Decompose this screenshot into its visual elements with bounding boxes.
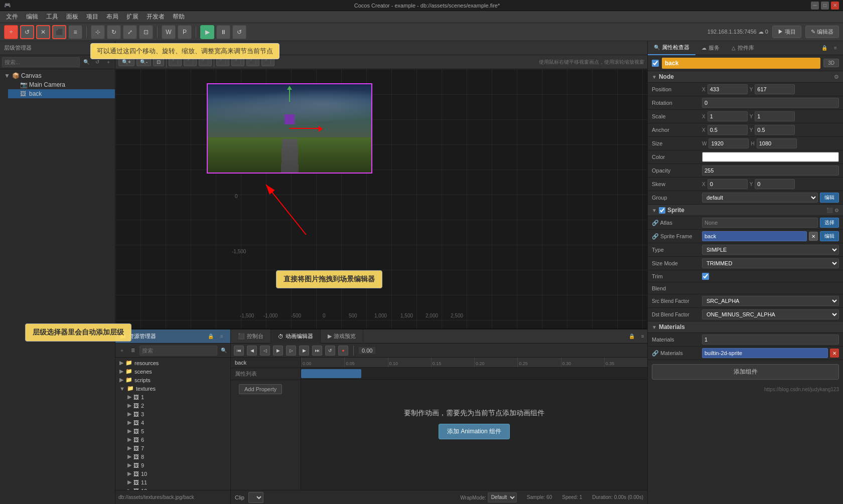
add-component-button[interactable]: 添加组件 (652, 364, 839, 380)
tc-play-button[interactable]: ▶ (273, 346, 283, 356)
sprite-active-checkbox[interactable] (659, 207, 665, 214)
material-clear-button[interactable]: ✕ (830, 349, 839, 358)
asset-item-scenes[interactable]: ▶ 📁 scenes (115, 367, 230, 376)
hierarchy-lock-icon[interactable]: 🔒 (91, 44, 100, 53)
position-x-input[interactable] (708, 84, 748, 94)
add-animation-button[interactable]: 添加 Animation 组件 (439, 424, 510, 439)
menu-project[interactable]: 项目 (82, 12, 102, 22)
transform-rect-button[interactable]: ⊡ (139, 25, 153, 39)
asset-tex-6[interactable]: ▶🖼 6 (115, 435, 230, 444)
inspector-tab-properties[interactable]: 🔍 属性检查器 (648, 41, 695, 55)
toolbar-cut-button[interactable]: ✕ (36, 25, 50, 39)
inspector-menu-icon[interactable]: ≡ (831, 44, 840, 53)
materials-section-header[interactable]: ▼ Materials (648, 321, 843, 333)
gizmo-btn2[interactable]: ⬛ (184, 58, 197, 66)
zoom-out-button[interactable]: 🔍- (136, 58, 151, 66)
asset-tex-7[interactable]: ▶🖼 7 (115, 444, 230, 452)
asset-lock-icon[interactable]: 🔒 (206, 332, 215, 341)
transform-rotate-button[interactable]: ↻ (107, 25, 121, 39)
sprite-frame-clear-button[interactable]: ✕ (809, 232, 818, 241)
transform-scale-button[interactable]: ⤢ (123, 25, 137, 39)
render-btn3[interactable]: ⬛ (246, 58, 259, 66)
asset-item-textures[interactable]: ▼ 📁 textures (115, 384, 230, 393)
tree-item-back[interactable]: 🖼 back (8, 89, 115, 98)
pivot-button[interactable]: P (178, 25, 192, 39)
menu-panel[interactable]: 面板 (62, 12, 82, 22)
asset-item-scripts[interactable]: ▶ 📁 scripts (115, 376, 230, 384)
tc-end-button[interactable]: ⏭ (312, 346, 322, 356)
asset-search-input[interactable] (139, 346, 217, 356)
maximize-button[interactable]: □ (821, 2, 829, 10)
tab-console[interactable]: ⬛ 控制台 (231, 329, 271, 344)
anchor-x-input[interactable] (708, 125, 748, 135)
tc-next-key-button[interactable]: ▷ (286, 346, 296, 356)
asset-tex-2[interactable]: ▶🖼 2 (115, 401, 230, 410)
menu-extend[interactable]: 扩展 (122, 12, 143, 22)
size-h-input[interactable] (757, 138, 797, 148)
sprite-gear-icon[interactable]: ⚙ (834, 208, 839, 213)
inspector-lock-icon[interactable]: 🔒 (820, 44, 829, 53)
tree-item-canvas[interactable]: ▼ 📦 Canvas (0, 71, 115, 80)
project-button[interactable]: ▶ 项目 (772, 26, 801, 38)
add-property-button[interactable]: Add Property (239, 384, 282, 394)
wm-select[interactable]: Default (488, 492, 517, 502)
menu-dev[interactable]: 开发者 (143, 12, 169, 22)
scene-back-image[interactable] (207, 83, 372, 174)
asset-search-icon[interactable]: 🔍 (219, 346, 228, 355)
src-blend-select[interactable]: SRC_ALPHA (702, 296, 839, 306)
dst-blend-select[interactable]: ONE_MINUS_SRC_ALPHA (702, 309, 839, 319)
timeline-lock-icon[interactable]: 🔒 (627, 332, 636, 341)
rotation-input[interactable] (702, 98, 839, 108)
zoom-in-button[interactable]: 🔍+ (118, 58, 134, 66)
type-select[interactable]: SIMPLE (702, 245, 839, 255)
tab-preview[interactable]: ▶ 游戏预览 (321, 329, 363, 344)
tc-prev-frame-button[interactable]: ◀ (247, 346, 257, 356)
materials-count-input[interactable] (702, 334, 839, 345)
gizmo-btn1[interactable]: ⬛ (169, 58, 182, 66)
asset-tex-8[interactable]: ▶🖼 8 (115, 452, 230, 461)
opacity-input[interactable] (702, 165, 839, 176)
sprite-section-header[interactable]: ▼ Sprite ⬛ ⚙ (648, 205, 843, 216)
asset-tex-9[interactable]: ▶🖼 9 (115, 461, 230, 469)
play-button[interactable]: ▶ (200, 25, 214, 39)
hierarchy-settings-icon[interactable]: ≡ (102, 44, 111, 53)
transform-move-button[interactable]: ⊹ (91, 25, 105, 39)
node-name-input[interactable] (662, 58, 820, 69)
clip-select[interactable] (248, 492, 263, 503)
timeline-menu-icon[interactable]: ≡ (638, 332, 647, 341)
sprite-frame-edit-button[interactable]: 编辑 (820, 231, 839, 241)
close-button[interactable]: ✕ (831, 2, 839, 10)
menu-tools[interactable]: 工具 (42, 12, 62, 22)
hierarchy-add-icon[interactable]: ＋ (104, 58, 113, 67)
pause-button[interactable]: ⏸ (216, 25, 230, 39)
minimize-button[interactable]: ─ (811, 2, 819, 10)
group-edit-button[interactable]: 编辑 (820, 193, 839, 203)
hierarchy-refresh-icon[interactable]: ↺ (93, 58, 102, 67)
position-y-input[interactable] (755, 84, 795, 94)
zoom-fit-button[interactable]: ⊡ (153, 58, 164, 66)
render-btn2[interactable]: ⬛ (231, 58, 244, 66)
menu-help[interactable]: 帮助 (169, 12, 189, 22)
asset-tex-1[interactable]: ▶🖼 1 (115, 393, 230, 401)
step-button[interactable]: ↺ (232, 25, 246, 39)
trim-checkbox[interactable] (702, 273, 709, 280)
world-mode-button[interactable]: W (162, 25, 176, 39)
inspector-tab-components[interactable]: △ 控件库 (726, 41, 760, 55)
tc-loop-button[interactable]: ↺ (325, 346, 335, 356)
asset-tex-3[interactable]: ▶🖼 3 (115, 410, 230, 418)
toolbar-add-button[interactable]: ＋ (4, 25, 18, 39)
size-w-input[interactable] (709, 138, 749, 148)
node-active-checkbox[interactable] (652, 60, 659, 67)
anchor-y-input[interactable] (755, 125, 795, 135)
asset-tex-10[interactable]: ▶🖼 10 (115, 469, 230, 478)
size-mode-select[interactable]: TRIMMED (702, 258, 839, 268)
scale-y-input[interactable] (755, 111, 795, 121)
asset-tex-4[interactable]: ▶🖼 4 (115, 418, 230, 427)
toolbar-more-button[interactable]: ≡ (68, 25, 82, 39)
toolbar-node-button[interactable]: ⬛ (52, 25, 66, 39)
sprite-frame-input[interactable] (702, 231, 807, 241)
node-gear-icon[interactable]: ⚙ (834, 74, 839, 80)
asset-item-resources[interactable]: ▶ 📁 resources (115, 359, 230, 367)
gizmo-btn3[interactable]: ⬛ (199, 58, 212, 66)
menu-edit[interactable]: 编辑 (22, 12, 42, 22)
